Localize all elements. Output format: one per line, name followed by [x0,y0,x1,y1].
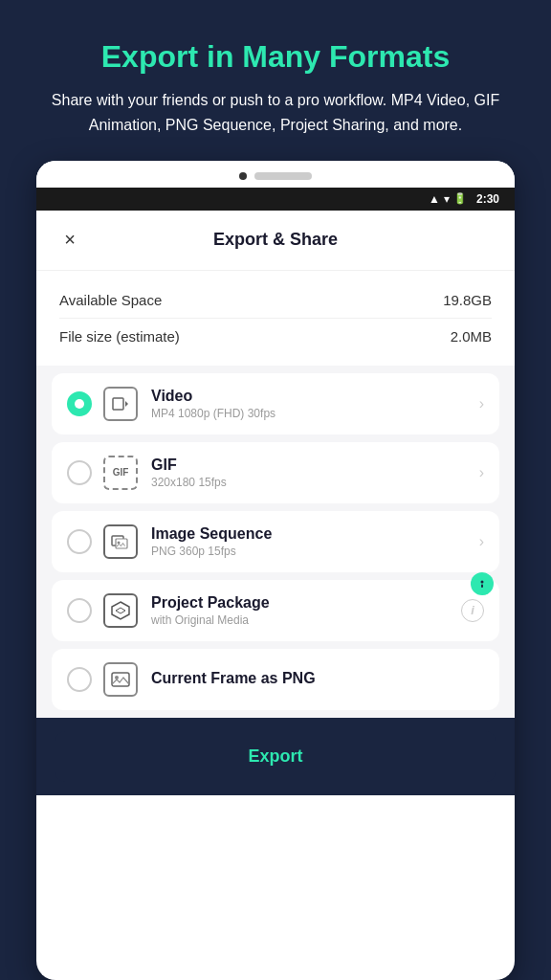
status-icons: ▲ ▾ 🔋 [429,192,467,206]
image-seq-format-icon [103,524,138,559]
available-space-value: 19.8GB [443,292,492,308]
radio-gif[interactable] [67,460,92,485]
signal-icon: ▲ [429,192,440,206]
current-frame-format-name: Current Frame as PNG [151,670,484,687]
video-format-icon [103,387,138,421]
format-item-project-package[interactable]: Project Package with Original Media i [52,580,499,641]
image-seq-chevron: › [479,533,484,550]
project-pkg-format-icon [103,593,138,628]
format-item-video[interactable]: Video MP4 1080p (FHD) 30fps › [52,373,499,434]
format-item-current-frame[interactable]: Current Frame as PNG [52,649,499,710]
svg-point-4 [118,541,121,544]
gif-format-name: GIF [151,457,472,474]
notch-line [254,172,312,180]
svg-point-5 [476,578,488,590]
new-badge [471,572,494,595]
close-button[interactable]: × [55,226,84,255]
file-size-value: 2.0MB [451,328,492,345]
subtitle-text: Share with your friends or push to a pro… [38,88,513,137]
video-format-desc: MP4 1080p (FHD) 30fps [151,407,472,420]
available-space-row: Available Space 19.8GB [59,282,492,319]
svg-marker-9 [116,608,125,613]
gif-format-info: GIF 320x180 15fps [151,457,472,489]
header-section: Export in Many Formats Share with your f… [0,0,551,161]
phone-container: ▲ ▾ 🔋 2:30 × Export & Share Available Sp… [36,161,515,980]
svg-marker-8 [112,602,129,619]
radio-current-frame[interactable] [67,667,92,692]
svg-rect-10 [112,673,129,686]
phone-notch-bar [36,161,515,188]
file-size-label: File size (estimate) [59,328,180,345]
wifi-icon: ▾ [444,192,450,206]
gif-chevron: › [479,464,484,481]
project-pkg-info-button[interactable]: i [461,599,484,622]
radio-inner-video [75,399,84,409]
image-seq-format-desc: PNG 360p 15fps [151,545,472,558]
notch-dot [239,172,247,180]
radio-video[interactable] [67,391,92,416]
video-format-info: Video MP4 1080p (FHD) 30fps [151,388,472,420]
format-item-image-sequence[interactable]: Image Sequence PNG 360p 15fps › [52,511,499,572]
format-item-gif[interactable]: GIF GIF 320x180 15fps › [52,442,499,503]
current-frame-format-info: Current Frame as PNG [151,670,484,689]
export-button[interactable]: Export [55,731,496,782]
gif-icon-text: GIF [113,467,129,478]
dialog-title: Export & Share [99,230,452,250]
file-size-row: File size (estimate) 2.0MB [59,319,492,354]
export-button-container: Export [36,718,515,795]
status-time: 2:30 [476,192,499,206]
current-frame-format-icon [103,662,138,697]
video-format-name: Video [151,388,472,405]
radio-project-package[interactable] [67,598,92,623]
svg-point-6 [481,580,484,583]
dialog-header: × Export & Share [36,211,515,271]
gif-format-icon: GIF [103,456,138,490]
svg-rect-3 [116,539,127,548]
project-pkg-format-name: Project Package [151,594,453,612]
svg-rect-7 [481,584,483,588]
svg-marker-1 [125,401,128,407]
image-seq-format-info: Image Sequence PNG 360p 15fps [151,525,472,558]
battery-icon: 🔋 [453,192,467,205]
status-bar: ▲ ▾ 🔋 2:30 [36,188,515,211]
image-seq-format-name: Image Sequence [151,525,472,543]
format-list: Video MP4 1080p (FHD) 30fps › GIF GIF 32… [36,366,515,718]
project-pkg-format-desc: with Original Media [151,613,453,627]
svg-rect-0 [113,398,123,410]
available-space-label: Available Space [59,292,162,308]
main-title: Export in Many Formats [38,38,513,75]
project-pkg-format-info: Project Package with Original Media [151,594,453,627]
info-section: Available Space 19.8GB File size (estima… [36,271,515,366]
gif-format-desc: 320x180 15fps [151,476,472,489]
video-chevron: › [479,395,484,412]
radio-image-sequence[interactable] [67,529,92,554]
